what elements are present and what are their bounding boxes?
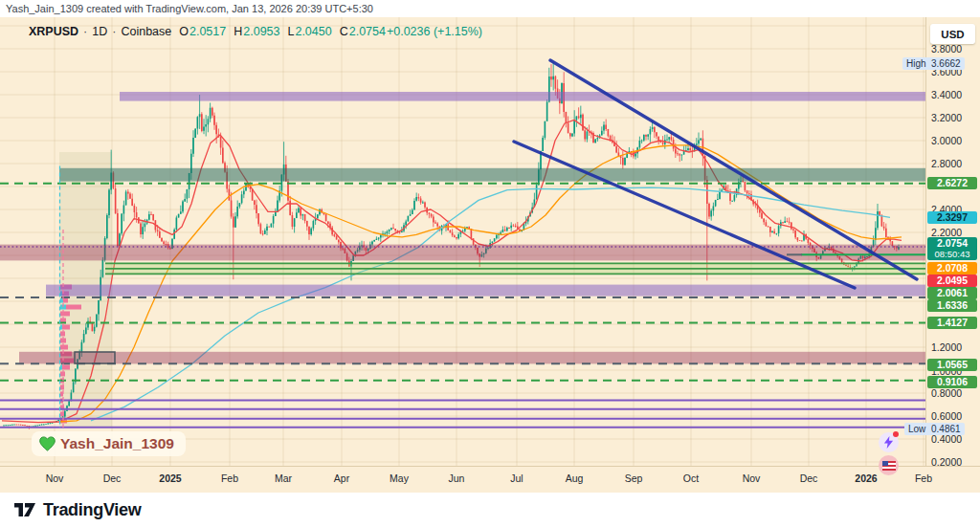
low-value: 2.0450: [295, 25, 331, 38]
time-axis-label: Dec: [103, 472, 122, 484]
change-value: +0.0236 (+1.15%): [387, 25, 482, 38]
price-badge: 2.3297: [927, 211, 977, 224]
time-axis[interactable]: NovDec2025FebMarAprMayJunJulAugSepOctNov…: [0, 466, 980, 493]
watermark-username: Yash_Jain_1309: [60, 435, 174, 452]
chart-legend: XRPUSD · 1D · Coinbase O 2.0517 H 2.0953…: [29, 24, 482, 39]
green-heart-icon: [39, 436, 56, 451]
price-axis-label: 3.8000: [931, 43, 962, 55]
price-axis-label: 0.8000: [931, 387, 962, 399]
time-axis-label: Aug: [566, 472, 584, 484]
legend-separator: ·: [83, 25, 87, 38]
user-watermark: Yash_Jain_1309: [32, 431, 186, 456]
price-axis[interactable]: 3.80003.60003.40003.20003.00002.80002.40…: [925, 17, 980, 466]
low-label: L: [287, 25, 294, 38]
price-axis-label: 3.2000: [931, 112, 962, 123]
lightning-bolt-icon: [883, 436, 894, 449]
time-axis-label: 2025: [159, 472, 181, 484]
time-axis-label: May: [390, 472, 409, 484]
time-axis-label: Feb: [915, 472, 932, 484]
countdown-timer: 08:50:43: [927, 249, 977, 259]
plot-area[interactable]: [0, 17, 926, 466]
open-value: 2.0517: [189, 25, 226, 38]
exchange-name[interactable]: Coinbase: [121, 25, 171, 38]
time-axis-label: Mar: [275, 472, 292, 484]
notification-dot: [893, 431, 899, 437]
open-label: O: [179, 25, 189, 38]
time-axis-label: Nov: [743, 472, 761, 484]
high-marker-value: 3.6662: [927, 57, 965, 70]
price-axis-label: 0.6000: [931, 410, 962, 422]
price-badge: 2.0708: [927, 262, 977, 274]
ma-slow-line[interactable]: [91, 187, 890, 421]
time-axis-label: Apr: [334, 472, 349, 484]
price-badge: 1.0565: [927, 359, 977, 371]
band-support-1.70[interactable]: [46, 285, 926, 296]
price-badge: 0.9106: [927, 376, 977, 388]
price-badge: 2.075408:50:43: [927, 237, 977, 260]
range-box-drawing[interactable]: [75, 352, 115, 363]
tradingview-logo-icon: [13, 500, 36, 519]
time-axis-label: Feb: [221, 472, 238, 484]
price-axis-label: 3.4000: [931, 89, 962, 100]
price-badge: 2.0061: [927, 287, 977, 299]
high-value: 2.0953: [243, 25, 279, 38]
price-badge: 2.0495: [927, 274, 977, 287]
tradingview-logo[interactable]: TradingView: [13, 500, 141, 520]
economic-event-flag-icon[interactable]: [879, 455, 899, 475]
events-lightning-icon[interactable]: [879, 432, 899, 452]
time-axis-label: Jun: [449, 472, 465, 484]
legend-separator: ·: [112, 25, 116, 38]
close-value: 2.0754: [349, 25, 386, 38]
high-label: H: [234, 25, 242, 38]
close-label: C: [340, 25, 348, 38]
price-axis-label: 3.0000: [931, 135, 962, 146]
footer-bar: TradingView: [0, 493, 980, 527]
tradingview-chart-window: Yash_Jain_1309 created with TradingView.…: [0, 0, 980, 527]
time-axis-label: Sep: [625, 472, 643, 484]
interval-label[interactable]: 1D: [92, 25, 107, 38]
us-flag-icon: [882, 461, 896, 471]
currency-toggle-button[interactable]: USD: [930, 24, 975, 44]
price-badge: 1.6336: [927, 299, 977, 312]
low-marker-chip: Low: [904, 423, 929, 435]
time-axis-label: Dec: [800, 472, 818, 484]
low-marker-value: 0.4861: [927, 423, 965, 435]
band-supply-3.40[interactable]: [120, 92, 926, 101]
price-badge: 2.6272: [927, 177, 977, 189]
tradingview-logo-text: TradingView: [43, 500, 141, 520]
high-marker-chip: High: [902, 57, 930, 70]
price-axis-label: 2.8000: [931, 158, 962, 169]
symbol-name[interactable]: XRPUSD: [29, 25, 78, 38]
time-axis-label: Oct: [683, 472, 699, 484]
band-zone-1.10[interactable]: [19, 352, 926, 364]
price-axis-label: 1.2000: [931, 341, 962, 353]
time-axis-label: Nov: [46, 472, 64, 484]
time-axis-label: Jul: [510, 472, 523, 484]
band-resistance-2.70[interactable]: [59, 168, 926, 182]
price-badge: 1.4127: [927, 317, 977, 329]
time-axis-label: 2026: [855, 472, 877, 484]
